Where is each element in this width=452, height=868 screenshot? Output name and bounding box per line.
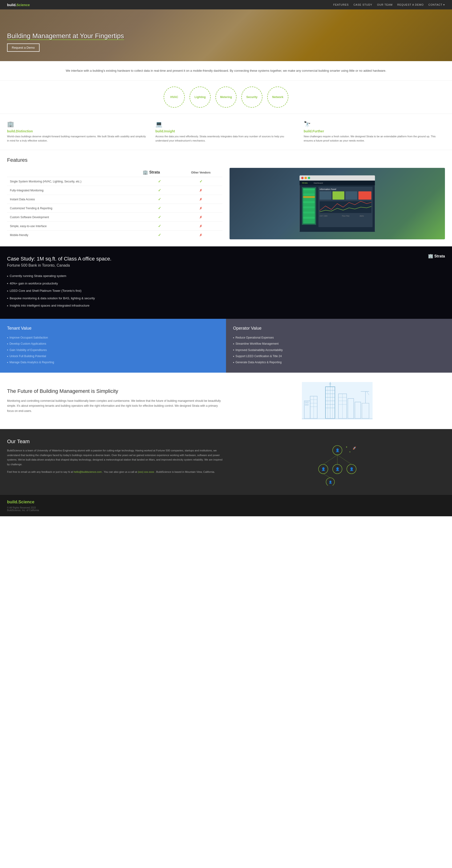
nav-our-team[interactable]: OUR TEAM: [377, 3, 393, 6]
hero-headline-highlight: Fingertips: [95, 32, 124, 40]
feature-row: Simple, easy-to-use Interface ✓ ✗: [7, 222, 223, 230]
svg-text:4:47 / 29/9: 4:47 / 29/9: [320, 215, 328, 217]
system-metering: Metering: [216, 87, 236, 108]
value-sections: Tenant Value Improve Occupant Satisfacti…: [0, 319, 452, 373]
svg-rect-28: [346, 191, 357, 199]
case-study-bullet: Insights into intelligent spaces and int…: [7, 302, 445, 309]
features-layout: 🏢 Strata Other Vendors Single System Mon…: [7, 168, 445, 239]
team-diagram-svg: 👤 👤 👤 👤 👤 ✦ ✦ 🚀: [311, 438, 363, 486]
svg-rect-22: [303, 217, 315, 219]
insight-icon: 💻: [156, 121, 296, 127]
system-security: Security: [241, 87, 262, 108]
pillar-distinction-text: World-class buildings deserve straight-f…: [7, 134, 148, 143]
feature-row: Instant Data Access ✓ ✗: [7, 195, 223, 204]
svg-rect-16: [303, 201, 315, 203]
svg-line-81: [337, 455, 351, 464]
hero-section: Building Management at Your Fingertips R…: [0, 9, 452, 61]
svg-rect-1: [300, 176, 375, 181]
system-lighting: Lighting: [190, 87, 211, 108]
features-section: Features 🏢 Strata Other Vendors: [0, 150, 452, 246]
case-study-logo: 🏢 Strata: [428, 253, 445, 258]
features-col-others: Other Vendors: [179, 168, 223, 177]
feature-strata-check: ✓: [140, 213, 179, 222]
operator-value-item: Streamline Workflow Management: [233, 341, 445, 347]
svg-text:👤: 👤: [329, 480, 332, 484]
nav-features[interactable]: FEATURES: [333, 3, 349, 6]
team-section: Our Team BuildScience is a team of Unive…: [0, 429, 452, 495]
operator-value-item: Improved Sustainability Accountability: [233, 347, 445, 353]
feature-strata-check: ✓: [140, 222, 179, 230]
svg-text:👤: 👤: [335, 448, 339, 452]
feature-row: Single System Monitoring (HVAC, Lighting…: [7, 177, 223, 186]
feature-others-check: ✗: [179, 195, 223, 204]
svg-text:👤: 👤: [335, 467, 339, 471]
svg-point-4: [308, 177, 310, 179]
feature-strata-check: ✓: [140, 230, 179, 240]
tenant-value-title: Tenant Value: [7, 326, 219, 331]
case-study-bullet: LEED Core and Shell Platinum Tower (Toro…: [7, 287, 445, 294]
future-section: The Future of Building Management is Sim…: [0, 373, 452, 429]
intro-section: We interface with a building's existing …: [0, 61, 452, 81]
hero-content: Building Management at Your Fingertips R…: [7, 32, 124, 52]
tenant-value-section: Tenant Value Improve Occupant Satisfacti…: [0, 319, 226, 373]
svg-point-2: [301, 177, 304, 179]
team-para1: BuildScience is a team of University of …: [7, 448, 223, 467]
svg-text:Floor Plan: Floor Plan: [342, 215, 349, 217]
case-study-title: Case Study: 1M sq.ft. of Class A office …: [7, 256, 445, 262]
svg-text:✦: ✦: [349, 451, 351, 453]
team-email-link[interactable]: hello@buildscience.com: [74, 470, 102, 473]
feature-name: Custom Software Development: [7, 213, 140, 222]
case-study-bullet: Currently running Strata operating syste…: [7, 272, 445, 280]
svg-rect-14: [303, 196, 315, 198]
future-title: The Future of Building Management is Sim…: [7, 388, 223, 395]
tenant-value-item: Develop Custom Applications: [7, 341, 219, 347]
case-study-bullet: Bespoke monitoring & data solution for B…: [7, 294, 445, 302]
feature-row: Mobile-friendly ✓ ✗: [7, 230, 223, 240]
case-study-bullets: Currently running Strata operating syste…: [7, 272, 445, 309]
tenant-value-list: Improve Occupant SatisfactionDevelop Cus…: [7, 335, 219, 366]
nav-contact[interactable]: CONTACT ▾: [428, 3, 445, 6]
tenant-value-item: Manage Data Analytics & Reporting: [7, 359, 219, 365]
hero-cta-button[interactable]: Request a Demo: [7, 43, 39, 52]
svg-rect-21: [303, 214, 315, 216]
tenant-value-item: Gain Visibility of Expenditures: [7, 347, 219, 353]
svg-text:👤: 👤: [349, 467, 354, 471]
feature-others-check: ✗: [179, 213, 223, 222]
hero-headline: Building Management at Your Fingertips: [7, 32, 124, 40]
svg-rect-18: [303, 207, 315, 208]
feature-others-check: ✓: [179, 177, 223, 186]
future-text-body: Monitoring and controlling commercial bu…: [7, 399, 223, 414]
operator-value-item: Reduce Operational Expenses: [233, 335, 445, 341]
svg-rect-11: [303, 188, 315, 190]
svg-rect-13: [303, 193, 315, 195]
svg-text:✦: ✦: [346, 446, 347, 448]
feature-name: Simple, easy-to-use Interface: [7, 222, 140, 230]
pillar-further-text: New challenges require a fresh solution.…: [304, 134, 445, 143]
feature-row: Customized Trending & Reporting ✓ ✗: [7, 204, 223, 213]
svg-text:Alerts: Alerts: [360, 215, 364, 217]
nav-case-study[interactable]: CASE STUDY: [354, 3, 372, 6]
team-contact-info: Feel free to email us with any feedback …: [7, 470, 223, 474]
svg-rect-12: [303, 191, 315, 193]
team-text-container: Our Team BuildScience is a team of Unive…: [7, 438, 223, 486]
svg-rect-26: [320, 191, 332, 199]
svg-rect-6: [300, 181, 375, 185]
feature-strata-check: ✓: [140, 204, 179, 213]
features-col-strata: 🏢 Strata: [140, 168, 179, 177]
others-col-label: Other Vendors: [191, 171, 211, 174]
systems-section: HVAC Lighting Metering Security Network: [0, 81, 452, 114]
feature-name: Instant Data Access: [7, 195, 140, 204]
operator-value-list: Reduce Operational ExpensesStreamline Wo…: [233, 335, 445, 366]
svg-rect-29: [359, 191, 371, 199]
pillar-distinction: 🏢 build.Distinction World-class building…: [7, 121, 148, 143]
svg-text:🚀: 🚀: [352, 446, 356, 450]
system-network: Network: [267, 87, 288, 108]
nav-request-demo[interactable]: REQUEST A DEMO: [397, 3, 424, 6]
svg-point-3: [305, 177, 307, 179]
strata-col-label: Strata: [149, 170, 160, 175]
team-visual: 👤 👤 👤 👤 👤 ✦ ✦ 🚀: [229, 438, 445, 486]
feature-name: Single System Monitoring (HVAC, Lighting…: [7, 177, 140, 186]
team-phone-link[interactable]: (xxx) xxx-xxxx: [138, 470, 154, 473]
feature-row: Fully-Integrated Monitoring ✓ ✗: [7, 186, 223, 195]
nav-logo-prefix: build.: [7, 3, 17, 7]
